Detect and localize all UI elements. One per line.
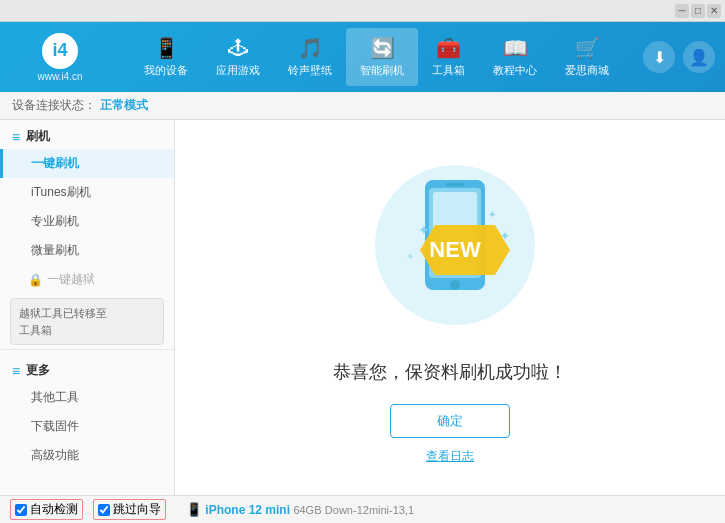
sidebar: ≡ 刷机 一键刷机 iTunes刷机 专业刷机 微量刷机 🔒 一键越狱 越狱工具… bbox=[0, 120, 175, 495]
sidebar-item-download-firmware[interactable]: 下载固件 bbox=[0, 412, 174, 441]
view-log-link[interactable]: 查看日志 bbox=[426, 448, 474, 465]
success-message: 恭喜您，保资料刷机成功啦！ bbox=[333, 360, 567, 384]
svg-point-4 bbox=[450, 280, 460, 290]
user-button[interactable]: 👤 bbox=[683, 41, 715, 73]
my-device-icon: 📱 bbox=[154, 36, 179, 60]
confirm-button[interactable]: 确定 bbox=[390, 404, 510, 438]
skip-wizard-checkbox[interactable] bbox=[98, 504, 110, 516]
sidebar-disabled-jailbreak: 🔒 一键越狱 bbox=[0, 265, 174, 294]
logo-icon: i4 bbox=[42, 33, 78, 69]
success-illustration: NEW ✦ ✦ ✦ ✦ bbox=[350, 150, 550, 360]
logo-area[interactable]: i4 www.i4.cn bbox=[10, 33, 110, 82]
nav-toolbox[interactable]: 🧰 工具箱 bbox=[418, 28, 479, 86]
status-bar: 设备连接状态： 正常模式 bbox=[0, 92, 725, 120]
sidebar-item-advanced[interactable]: 高级功能 bbox=[0, 441, 174, 470]
nav-apps-games[interactable]: 🕹 应用游戏 bbox=[202, 29, 274, 86]
nav-smart-flash[interactable]: 🔄 智能刷机 bbox=[346, 28, 418, 86]
main-layout: ≡ 刷机 一键刷机 iTunes刷机 专业刷机 微量刷机 🔒 一键越狱 越狱工具… bbox=[0, 120, 725, 495]
apps-games-icon: 🕹 bbox=[228, 37, 248, 60]
notice-text: 越狱工具已转移至工具箱 bbox=[19, 307, 107, 336]
mall-label: 爱思商城 bbox=[565, 63, 609, 78]
smart-flash-icon: 🔄 bbox=[370, 36, 395, 60]
sidebar-more-section: ≡ 更多 bbox=[0, 354, 174, 383]
device-model: Down-12mini-13,1 bbox=[325, 504, 414, 516]
svg-text:✦: ✦ bbox=[406, 251, 414, 262]
header-actions: ⬇ 👤 bbox=[643, 41, 715, 73]
svg-text:NEW: NEW bbox=[429, 237, 481, 262]
svg-text:✦: ✦ bbox=[488, 209, 496, 220]
toolbox-label: 工具箱 bbox=[432, 63, 465, 78]
download-button[interactable]: ⬇ bbox=[643, 41, 675, 73]
my-device-label: 我的设备 bbox=[144, 63, 188, 78]
sidebar-item-recovery-flash[interactable]: 微量刷机 bbox=[0, 236, 174, 265]
lock-icon: 🔒 bbox=[28, 273, 43, 287]
mall-icon: 🛒 bbox=[575, 36, 600, 60]
sidebar-item-pro-flash[interactable]: 专业刷机 bbox=[0, 207, 174, 236]
logo-subtitle: www.i4.cn bbox=[37, 71, 82, 82]
svg-text:✦: ✦ bbox=[418, 222, 430, 238]
device-phone-icon: 📱 bbox=[186, 502, 202, 517]
svg-text:✦: ✦ bbox=[500, 229, 510, 243]
device-name: iPhone 12 mini bbox=[205, 503, 290, 517]
bottom-checkbox-row: 自动检测 跳过向导 📱 iPhone 12 mini 64GB Down-12m… bbox=[0, 496, 725, 523]
flash-section-icon: ≡ bbox=[12, 129, 20, 145]
nav-my-device[interactable]: 📱 我的设备 bbox=[130, 28, 202, 86]
status-label: 设备连接状态： bbox=[12, 97, 96, 114]
auto-detect-checkbox-label[interactable]: 自动检测 bbox=[10, 499, 83, 520]
nav-ringtones[interactable]: 🎵 铃声壁纸 bbox=[274, 28, 346, 86]
nav-tutorial[interactable]: 📖 教程中心 bbox=[479, 28, 551, 86]
sidebar-notice: 越狱工具已转移至工具箱 bbox=[10, 298, 164, 345]
nav-bar: 📱 我的设备 🕹 应用游戏 🎵 铃声壁纸 🔄 智能刷机 🧰 工具箱 📖 教程中心… bbox=[110, 28, 643, 86]
ringtones-label: 铃声壁纸 bbox=[288, 63, 332, 78]
toolbox-icon: 🧰 bbox=[436, 36, 461, 60]
svg-rect-5 bbox=[445, 183, 465, 186]
content-area: NEW ✦ ✦ ✦ ✦ 恭喜您，保资料刷机成功啦！ 确定 查看日志 bbox=[175, 120, 725, 495]
header: i4 www.i4.cn 📱 我的设备 🕹 应用游戏 🎵 铃声壁纸 🔄 智能刷机… bbox=[0, 22, 725, 92]
device-storage: 64GB bbox=[293, 504, 321, 516]
sidebar-item-itunes-flash[interactable]: iTunes刷机 bbox=[0, 178, 174, 207]
device-info: 📱 iPhone 12 mini 64GB Down-12mini-13,1 bbox=[186, 502, 414, 517]
sidebar-item-other-tools[interactable]: 其他工具 bbox=[0, 383, 174, 412]
status-value: 正常模式 bbox=[100, 97, 148, 114]
skip-wizard-label: 跳过向导 bbox=[113, 501, 161, 518]
flash-section-label: 刷机 bbox=[26, 128, 50, 145]
auto-detect-checkbox[interactable] bbox=[15, 504, 27, 516]
smart-flash-label: 智能刷机 bbox=[360, 63, 404, 78]
title-bar: ─ □ ✕ bbox=[0, 0, 725, 22]
more-section-label: 更多 bbox=[26, 362, 50, 379]
auto-detect-label: 自动检测 bbox=[30, 501, 78, 518]
sidebar-divider bbox=[0, 349, 174, 350]
tutorial-label: 教程中心 bbox=[493, 63, 537, 78]
maximize-button[interactable]: □ bbox=[691, 4, 705, 18]
sidebar-flash-section: ≡ 刷机 bbox=[0, 120, 174, 149]
close-button[interactable]: ✕ bbox=[707, 4, 721, 18]
nav-mall[interactable]: 🛒 爱思商城 bbox=[551, 28, 623, 86]
apps-games-label: 应用游戏 bbox=[216, 63, 260, 78]
ringtones-icon: 🎵 bbox=[298, 36, 323, 60]
sidebar-item-one-key-flash[interactable]: 一键刷机 bbox=[0, 149, 174, 178]
illustration-svg: NEW ✦ ✦ ✦ ✦ bbox=[350, 150, 550, 360]
tutorial-icon: 📖 bbox=[503, 36, 528, 60]
skip-wizard-checkbox-label[interactable]: 跳过向导 bbox=[93, 499, 166, 520]
more-section-icon: ≡ bbox=[12, 363, 20, 379]
disabled-label: 一键越狱 bbox=[47, 271, 95, 288]
minimize-button[interactable]: ─ bbox=[675, 4, 689, 18]
bottom-section: 自动检测 跳过向导 📱 iPhone 12 mini 64GB Down-12m… bbox=[0, 495, 725, 523]
